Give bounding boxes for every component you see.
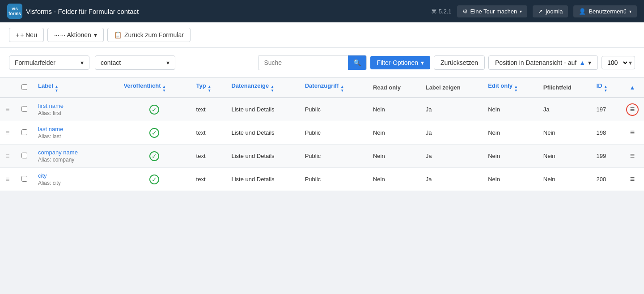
labelzeigen-cell: Ja [420, 145, 483, 168]
pub-cell: ✓ [118, 168, 191, 191]
readonly-cell: Nein [368, 168, 420, 191]
drag-icon: ≡ [5, 175, 9, 183]
editonly-sort-icon: ▲▼ [514, 85, 518, 93]
label-cell: city Alias: city [33, 168, 118, 191]
labelzeigen-cell: Ja [420, 168, 483, 191]
row-menu-icon[interactable]: ≡ [626, 103, 639, 116]
filter-options-button[interactable]: Filter-Optionen ▾ [370, 56, 430, 69]
datenanzeige-cell: Liste und Details [226, 121, 299, 145]
row-checkbox[interactable] [21, 176, 27, 182]
id-cell: 198 [591, 121, 621, 145]
row-checkbox-cell [16, 121, 33, 145]
tour-chevron-icon: ▾ [520, 9, 522, 14]
joomla-button[interactable]: ↗ joomla [533, 5, 568, 17]
reset-button[interactable]: Zurücksetzen [434, 55, 485, 70]
row-checkbox[interactable] [21, 153, 27, 158]
editonly-cell: Nein [483, 145, 538, 168]
id-cell: 197 [591, 98, 621, 121]
dots-icon: ··· [54, 31, 59, 38]
contact-label: contact [101, 59, 121, 66]
formularfelder-chevron-icon: ▾ [80, 59, 84, 66]
sort-dropdown[interactable]: Position in Datenansicht - auf ▲ ▾ [488, 55, 598, 70]
new-button[interactable]: + + Neu [9, 28, 44, 42]
menu-cell: ≡ [621, 145, 644, 168]
pub-cell: ✓ [118, 121, 191, 145]
th-datenzugriff[interactable]: Datenzugriff ▲▼ [300, 78, 368, 98]
datenanzeige-cell: Liste und Details [226, 145, 299, 168]
table-row: ≡ last name Alias: last ✓ text Liste und… [0, 121, 644, 145]
row-checkbox[interactable] [21, 129, 27, 135]
editonly-cell: Nein [483, 98, 538, 121]
pub-cell: ✓ [118, 98, 191, 121]
pflichtfeld-cell: Nein [538, 121, 591, 145]
row-menu-icon[interactable]: ≡ [626, 150, 639, 162]
label-link[interactable]: company name [38, 149, 78, 156]
page-title: Visforms - Felder für Formular contact [26, 8, 139, 15]
search-button[interactable]: 🔍 [348, 55, 366, 70]
drag-handle[interactable]: ≡ [0, 98, 16, 121]
datenanzeige-cell: Liste und Details [226, 98, 299, 121]
readonly-cell: Nein [368, 121, 420, 145]
user-menu-button[interactable]: 👤 Benutzermenü ▾ [573, 5, 637, 17]
th-labelzeigen: Label zeigen [420, 78, 483, 98]
alias-label: Alias: city [38, 180, 113, 186]
label-cell: first name Alias: first [33, 98, 118, 121]
th-datenanzeige[interactable]: Datenanzeige ▲▼ [226, 78, 299, 98]
id-sort-icon: ▲▼ [604, 85, 607, 93]
label-link[interactable]: last name [38, 126, 63, 132]
row-menu-icon[interactable]: ≡ [626, 127, 639, 139]
table-row: ≡ city Alias: city ✓ text Liste und Deta… [0, 168, 644, 191]
contact-dropdown[interactable]: contact ▾ [95, 55, 175, 70]
page-size-select[interactable]: 100 25 50 [602, 56, 629, 69]
actions-button[interactable]: ··· ··· Aktionen ▾ [47, 28, 104, 42]
table-row: ≡ first name Alias: first ✓ text Liste u… [0, 98, 644, 121]
formularfelder-dropdown[interactable]: Formularfelder ▾ [9, 55, 89, 70]
table-row: ≡ company name Alias: company ✓ text Lis… [0, 145, 644, 168]
th-typ[interactable]: Typ ▲▼ [191, 78, 226, 98]
search-input[interactable] [258, 56, 348, 69]
top-navigation: visforms Visforms - Felder für Formular … [0, 0, 644, 22]
alias-label: Alias: last [38, 133, 113, 140]
label-sort-icon: ▲▼ [55, 85, 59, 93]
th-id[interactable]: ID ▲▼ [591, 78, 621, 98]
alias-label: Alias: first [38, 110, 113, 116]
table-body: ≡ first name Alias: first ✓ text Liste u… [0, 98, 644, 191]
plus-icon: + [16, 31, 19, 38]
sort-chevron-icon: ▾ [588, 59, 591, 66]
drag-handle[interactable]: ≡ [0, 145, 16, 168]
drag-icon: ≡ [5, 106, 9, 113]
th-drag [0, 78, 16, 98]
pub-cell: ✓ [118, 145, 191, 168]
filters-bar: Formularfelder ▾ contact ▾ 🔍 Filter-Opti… [0, 48, 644, 78]
pflichtfeld-cell: Nein [538, 168, 591, 191]
main-toolbar: + + Neu ··· ··· Aktionen ▾ 📋 Zurück zum … [0, 22, 644, 48]
logo-icon: visforms [7, 4, 22, 19]
datenzugriff-cell: Public [300, 145, 368, 168]
th-editonly[interactable]: Edit only ▲▼ [483, 78, 538, 98]
th-check [16, 78, 33, 98]
version-label: ⌘ 5.2.1 [431, 8, 452, 15]
editonly-cell: Nein [483, 168, 538, 191]
back-button[interactable]: 📋 Zurück zum Formular [107, 28, 191, 42]
readonly-cell: Nein [368, 145, 420, 168]
th-label[interactable]: Label ▲▼ [33, 78, 118, 98]
editonly-cell: Nein [483, 121, 538, 145]
drag-handle[interactable]: ≡ [0, 168, 16, 191]
drag-handle[interactable]: ≡ [0, 121, 16, 145]
datenzugriff-sort-icon: ▲▼ [340, 85, 344, 93]
label-link[interactable]: city [38, 172, 47, 179]
published-icon: ✓ [149, 105, 159, 115]
labelzeigen-cell: Ja [420, 98, 483, 121]
label-cell: last name Alias: last [33, 121, 118, 145]
label-link[interactable]: first name [38, 102, 64, 109]
typ-cell: text [191, 168, 226, 191]
tour-icon: ⚙ [462, 8, 468, 15]
pub-sort-icon: ▲▼ [162, 85, 166, 93]
select-all-checkbox[interactable] [21, 84, 27, 90]
row-menu-icon[interactable]: ≡ [626, 173, 639, 186]
tour-button[interactable]: ⚙ Eine Tour machen ▾ [457, 5, 528, 17]
th-veroeffentlicht[interactable]: Veröffentlicht ▲▼ [118, 78, 191, 98]
row-checkbox[interactable] [21, 106, 27, 112]
id-cell: 199 [591, 145, 621, 168]
drag-icon: ≡ [5, 152, 9, 160]
